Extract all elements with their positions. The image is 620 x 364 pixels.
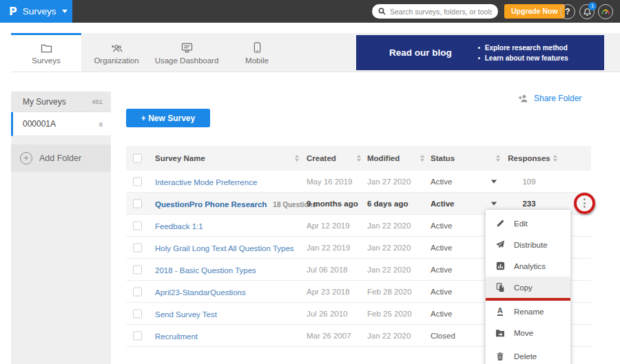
row-checkbox[interactable] <box>133 331 142 340</box>
tab-label: Surveys <box>32 56 61 65</box>
status-value: Active <box>431 288 452 296</box>
sidebar-item-000001a[interactable]: 000001A 8 <box>11 112 111 136</box>
share-folder-label: Share Folder <box>534 94 581 103</box>
select-all-checkbox[interactable] <box>133 154 142 163</box>
survey-name-link[interactable]: Holy Grail Long Text All Question Types <box>155 244 294 253</box>
menu-item-distribute[interactable]: Distribute <box>486 234 570 255</box>
menu-item-label: Distribute <box>514 241 548 249</box>
usage-meter-button[interactable] <box>598 4 613 19</box>
menu-item-copy[interactable]: Copy <box>486 277 570 301</box>
column-header-modified[interactable]: Modified <box>367 154 400 162</box>
sort-icon[interactable] <box>553 155 557 162</box>
sidebar-item-my-surveys[interactable]: My Surveys 461 <box>11 92 111 112</box>
notification-count-badge: 1 <box>588 2 597 10</box>
chevron-down-icon <box>62 10 68 13</box>
sort-icon[interactable] <box>420 155 424 162</box>
created-value: 9 months ago <box>307 200 358 208</box>
sort-icon[interactable] <box>357 155 361 162</box>
menu-item-rename[interactable]: ARename <box>486 301 570 322</box>
created-value: Jul 26 2010 <box>307 310 347 318</box>
modified-value: Feb 25 2020 <box>367 310 412 318</box>
menu-item-label: Move <box>514 329 533 337</box>
table-header: Survey Name Created Modified Status Resp… <box>126 146 591 171</box>
modified-value: Jan 27 2020 <box>367 178 411 186</box>
survey-name-link[interactable]: 2018 - Basic Question Types <box>155 266 256 275</box>
tab-surveys[interactable]: Surveys <box>11 33 81 72</box>
row-actions-dots-button[interactable] <box>580 195 589 211</box>
modified-value: Jan 22 2020 <box>367 222 411 230</box>
sort-icon[interactable] <box>496 155 500 162</box>
share-folder-link[interactable]: Share Folder <box>518 94 581 103</box>
search-input[interactable] <box>390 8 492 16</box>
column-header-survey-name[interactable]: Survey Name <box>155 154 205 162</box>
modified-value: Jan 22 2020 <box>367 266 411 274</box>
row-checkbox[interactable] <box>133 309 142 318</box>
modified-value: Feb 28 2020 <box>367 288 412 296</box>
status-value: Active <box>431 222 452 230</box>
responses-count: 233 <box>507 200 551 208</box>
upgrade-now-button[interactable]: Upgrade Now <box>504 4 565 19</box>
created-value: Jul 06 2018 <box>307 266 347 274</box>
survey-name-link[interactable]: Feedback 1:1 <box>155 222 203 231</box>
row-checkbox[interactable] <box>133 221 142 230</box>
status-dropdown-caret[interactable] <box>491 202 497 205</box>
survey-name-link[interactable]: Send Survey Test <box>155 310 217 319</box>
survey-name-link[interactable]: Interactive Mode Preferrence <box>155 178 257 186</box>
new-survey-button[interactable]: + New Survey <box>126 109 210 127</box>
menu-item-label: Analytics <box>514 262 546 270</box>
modified-value: Jan 22 2020 <box>367 244 411 252</box>
tab-label: Organization <box>94 56 138 65</box>
survey-name-link[interactable]: Recruitment <box>155 332 198 341</box>
column-header-status[interactable]: Status <box>431 154 455 162</box>
add-folder-button[interactable]: + Add Folder <box>11 144 111 172</box>
menu-item-label: Copy <box>514 283 533 292</box>
menu-item-edit[interactable]: Edit <box>486 213 570 234</box>
menu-item-analytics[interactable]: Analytics <box>486 255 570 277</box>
modified-value: 6 days ago <box>367 200 408 208</box>
responses-count: 109 <box>507 178 551 186</box>
bullet-dot-icon <box>478 57 480 59</box>
question-mark-icon: ? <box>565 7 570 17</box>
menu-item-move[interactable]: Move <box>486 322 570 343</box>
menu-item-delete[interactable]: Delete <box>486 345 570 364</box>
help-button[interactable]: ? <box>560 4 575 19</box>
folder-label: My Surveys <box>23 97 66 107</box>
banner-bullet: Explore research method <box>485 44 568 52</box>
column-header-created[interactable]: Created <box>307 154 336 162</box>
row-checkbox[interactable] <box>133 243 142 252</box>
folders-sidebar: My Surveys 461 000001A 8 + Add Folder <box>11 92 111 364</box>
bar-chart-icon <box>495 261 505 271</box>
status-value: Active <box>431 266 452 274</box>
tab-mobile[interactable]: Mobile <box>222 33 292 72</box>
column-header-responses[interactable]: Responses <box>507 154 551 162</box>
modified-value: Jan 22 2020 <box>367 332 411 340</box>
row-checkbox[interactable] <box>133 177 142 186</box>
table-row[interactable]: Interactive Mode PreferrenceMay 16 2019J… <box>126 171 591 193</box>
product-switcher[interactable]: P Surveys <box>0 0 72 23</box>
notifications-button[interactable]: 1 <box>579 4 595 19</box>
row-checkbox[interactable] <box>133 265 142 274</box>
row-checkbox[interactable] <box>133 287 142 296</box>
gauge-icon <box>601 7 610 17</box>
tab-organization[interactable]: Organization <box>81 33 152 72</box>
survey-name-link[interactable]: QuestionPro Phone Research <box>155 200 267 208</box>
sidebar-spacer <box>11 136 111 144</box>
row-checkbox[interactable] <box>133 199 142 208</box>
status-value: Closed <box>431 332 455 340</box>
person-add-icon <box>518 94 528 103</box>
status-dropdown-caret[interactable] <box>491 180 497 183</box>
menu-item-label: Delete <box>514 352 537 361</box>
folder-count: 8 <box>99 120 103 128</box>
read-blog-banner[interactable]: Read our blog Explore research method Le… <box>356 35 604 70</box>
global-search[interactable] <box>372 4 498 19</box>
tab-usage-dashboard[interactable]: Usage Dashboard <box>152 33 222 72</box>
dashboard-icon <box>181 42 193 53</box>
survey-name-link[interactable]: April23-StandarQuestions <box>155 288 246 297</box>
plus-circle-icon: + <box>20 152 32 164</box>
product-name: Surveys <box>23 6 56 17</box>
created-value: Apr 23 2018 <box>307 288 350 296</box>
sort-icon[interactable] <box>295 155 299 162</box>
row-context-menu: EditDistributeAnalyticsCopyARenameMoveDe… <box>486 210 570 364</box>
created-value: Mar 26 2007 <box>307 332 351 340</box>
banner-bullet: Learn about new features <box>485 54 568 62</box>
